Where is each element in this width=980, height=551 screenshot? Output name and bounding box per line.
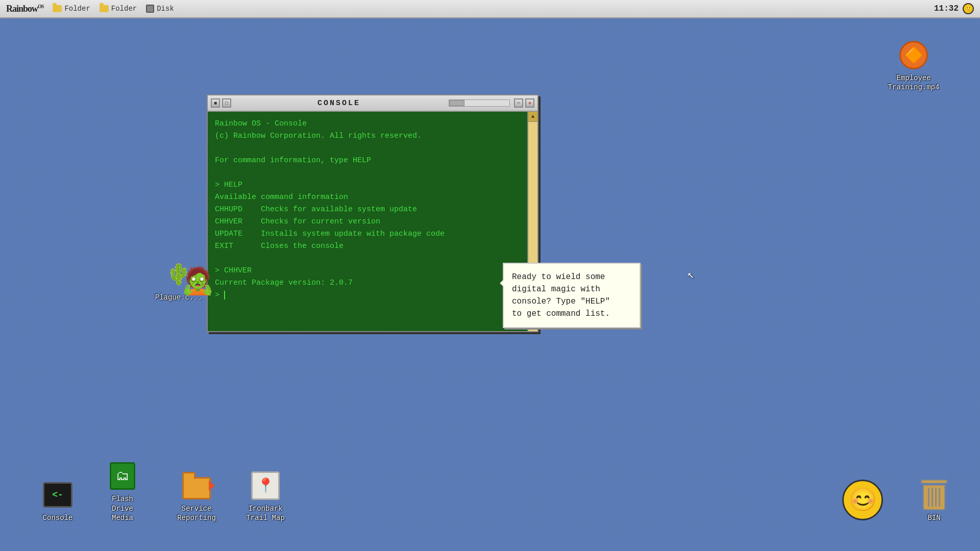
- window-close-btn[interactable]: ■: [211, 98, 220, 108]
- service-icon-label: Service Reporting: [174, 504, 219, 522]
- flash-icon-label: Flash DriveMedia: [100, 494, 145, 522]
- window-maximize-btn[interactable]: ✕: [525, 98, 534, 108]
- desktop-icon-plague[interactable]: 🌵 Plague.c...: [153, 255, 204, 305]
- console-body[interactable]: Rainbow OS - Console (c) Rainbow Corpora…: [208, 112, 537, 331]
- console-line-7: Available command information: [215, 191, 530, 204]
- scrollbar-thumb: [449, 100, 464, 106]
- window-controls: ─ ✕: [514, 98, 534, 108]
- video-icon-label: EmployeeTraining.mp4: [888, 73, 940, 92]
- bin-icon-shape: [920, 480, 948, 510]
- folder-tab: [182, 472, 195, 479]
- plague-icon-img: 🌵: [162, 258, 195, 291]
- console-line-12: [215, 253, 530, 265]
- smiley-face-icon[interactable]: 😊: [842, 480, 883, 520]
- menubar-folder-2-label: Folder: [111, 5, 137, 13]
- menubar-folder-2[interactable]: Folder: [100, 5, 137, 13]
- console-window: ■ □ CONSOLE ─ ✕ Rainbow OS - Console (c)…: [207, 94, 538, 332]
- map-icon-img: 📍: [249, 469, 282, 502]
- bin-icon-label: BIN: [927, 513, 940, 522]
- desktop-icon-flash-drive[interactable]: 🗂 Flash DriveMedia: [97, 457, 148, 525]
- map-icon-shape: 📍: [251, 471, 280, 500]
- app-logo: RainbowOS: [6, 4, 43, 14]
- console-line-9: CHHVER Checks for current version: [215, 216, 530, 228]
- console-line-14: Current Package version: 2.0.7: [215, 277, 530, 289]
- menubar-folder-1[interactable]: Folder: [53, 5, 90, 13]
- console-line-6: > HELP: [215, 179, 530, 191]
- console-line-5: [215, 167, 530, 179]
- clock-time: 11:32: [934, 4, 959, 13]
- console-line-2: (c) Rainbow Corporation. All rights rese…: [215, 130, 530, 142]
- bin-body: [923, 485, 945, 510]
- folder-icon: [100, 5, 109, 12]
- flash-icon-img: 🗂: [106, 460, 139, 492]
- service-icon-shape: [182, 472, 211, 499]
- desktop: RainbowOS Folder Folder Disk 11:32 🙂 ■ □…: [0, 0, 980, 551]
- scrollbar-up-btn[interactable]: ▲: [528, 112, 537, 122]
- desktop-icon-employee-training[interactable]: 🔶 EmployeeTraining.mp4: [888, 36, 939, 95]
- window-title: CONSOLE: [233, 99, 445, 108]
- console-line-8: CHHUPD Checks for available system updat…: [215, 204, 530, 216]
- menubar-folder-1-label: Folder: [64, 5, 90, 13]
- desktop-icon-service-reporting[interactable]: Service Reporting: [171, 466, 222, 525]
- bin-lid: [921, 480, 947, 484]
- console-line-11: EXIT Closes the console: [215, 240, 530, 253]
- menubar-disk-label: Disk: [157, 5, 174, 13]
- console-icon-label: Console: [43, 513, 73, 522]
- menubar-smiley-icon: 🙂: [963, 3, 974, 14]
- console-line-10: UPDATE Installs system update with packa…: [215, 228, 530, 240]
- desktop-icon-console[interactable]: <- Console: [32, 475, 83, 525]
- window-scrollbar[interactable]: [449, 99, 510, 107]
- desktop-icon-bin[interactable]: BIN: [909, 475, 960, 525]
- window-titlebar: ■ □ CONSOLE ─ ✕: [208, 95, 537, 112]
- folder-body: [182, 477, 211, 499]
- folder-icon: [53, 5, 62, 12]
- video-icon-img: 🔶: [897, 39, 930, 71]
- flash-icon-shape: 🗂: [110, 462, 135, 490]
- window-btn-2[interactable]: □: [222, 98, 231, 108]
- service-icon-img: [180, 469, 213, 502]
- plague-icon-label: Plague.c...: [155, 293, 202, 302]
- tooltip: Ready to wield somedigital magic withcon…: [503, 263, 641, 328]
- console-icon-img: <-: [41, 479, 74, 511]
- console-prompt-line: > ​: [215, 289, 530, 302]
- desktop-icon-ironbark[interactable]: 📍 IronbarkTrail Map: [240, 466, 291, 525]
- menubar-disk[interactable]: Disk: [146, 5, 174, 13]
- map-icon-label: IronbarkTrail Map: [246, 504, 285, 522]
- disk-icon: [146, 5, 154, 13]
- menubar-clock: 11:32 🙂: [934, 3, 974, 14]
- window-minimize-btn[interactable]: ─: [514, 98, 523, 108]
- tooltip-text: Ready to wield somedigital magic withcon…: [512, 272, 610, 318]
- plague-icon-shape: 🌵: [164, 260, 193, 289]
- mouse-cursor: ↖: [688, 268, 694, 282]
- video-icon-shape: 🔶: [899, 41, 928, 69]
- console-line-1: Rainbow OS - Console: [215, 118, 530, 130]
- console-line-4: For command information, type HELP: [215, 155, 530, 167]
- bin-icon-img: [918, 479, 950, 511]
- folder-arrow: [209, 481, 215, 491]
- console-line-13: > CHHVER: [215, 265, 530, 277]
- console-line-3: [215, 142, 530, 155]
- console-icon-shape: <-: [43, 482, 72, 508]
- menubar: RainbowOS Folder Folder Disk 11:32 🙂: [0, 0, 980, 18]
